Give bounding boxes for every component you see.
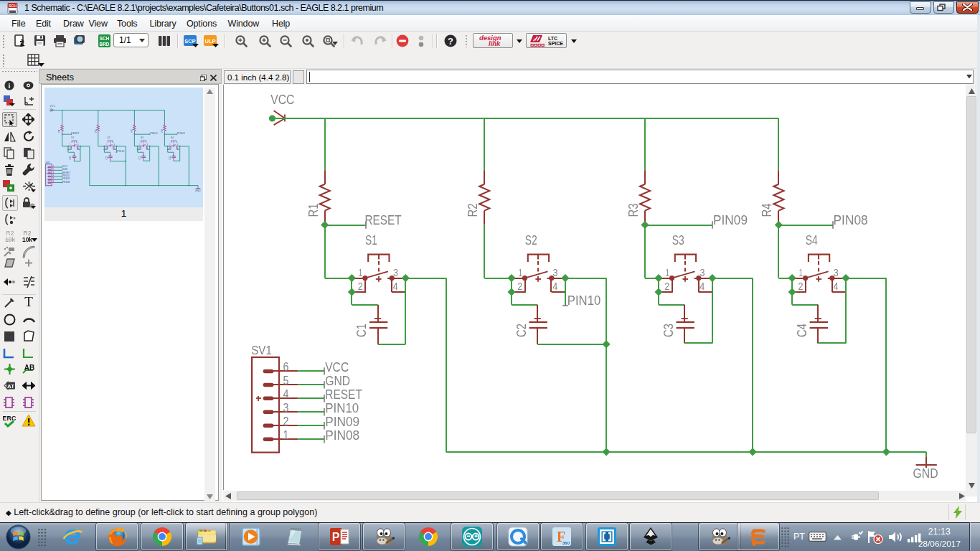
svg-text:C2: C2 xyxy=(105,156,108,159)
svg-text:BRD: BRD xyxy=(99,42,109,47)
svg-text:GND: GND xyxy=(913,466,938,481)
svg-text:PIN09: PIN09 xyxy=(62,176,70,180)
svg-text:3: 3 xyxy=(834,267,839,278)
svg-text:3: 3 xyxy=(393,267,398,278)
svg-text:S3: S3 xyxy=(141,136,143,139)
svg-text:1: 1 xyxy=(283,428,289,442)
svg-text:3: 3 xyxy=(553,267,558,278)
svg-text:PIN09: PIN09 xyxy=(150,131,158,135)
svg-text:C3: C3 xyxy=(661,324,676,337)
svg-text:6: 6 xyxy=(283,360,289,374)
svg-text:AT: AT xyxy=(7,383,14,390)
svg-text:C1: C1 xyxy=(68,156,72,159)
svg-text:3: 3 xyxy=(177,143,179,146)
svg-text:6: 6 xyxy=(52,165,54,168)
svg-text:S1: S1 xyxy=(365,232,377,248)
svg-text:SV1: SV1 xyxy=(251,344,272,357)
svg-text:PIN08: PIN08 xyxy=(834,212,868,227)
svg-text:1: 1 xyxy=(70,143,70,146)
svg-text:RESET: RESET xyxy=(71,131,80,135)
svg-text:VCC: VCC xyxy=(50,104,55,108)
svg-text:VCC: VCC xyxy=(325,359,349,375)
svg-text:GND: GND xyxy=(325,373,350,388)
svg-text:ERC: ERC xyxy=(2,415,17,422)
svg-text:2: 2 xyxy=(139,146,141,149)
svg-text:C3: C3 xyxy=(138,156,141,159)
svg-text:R4: R4 xyxy=(759,204,774,217)
svg-text:ULP: ULP xyxy=(205,38,216,44)
svg-text:3: 3 xyxy=(52,174,54,176)
svg-text:2: 2 xyxy=(283,415,289,428)
svg-text:R1: R1 xyxy=(306,204,321,217)
svg-text:R1: R1 xyxy=(57,128,61,132)
svg-text:T: T xyxy=(24,295,33,308)
svg-text:2: 2 xyxy=(664,281,669,292)
svg-text:R2: R2 xyxy=(94,128,98,132)
svg-text:R3: R3 xyxy=(130,128,133,132)
svg-text:P: P xyxy=(332,531,340,543)
svg-text:VCC: VCC xyxy=(270,92,294,107)
svg-text:R2: R2 xyxy=(465,204,480,217)
svg-text:1: 1 xyxy=(139,143,140,146)
svg-text:RESET: RESET xyxy=(62,170,71,174)
svg-text:SCP: SCP xyxy=(184,38,195,44)
svg-text:C4: C4 xyxy=(168,156,171,159)
svg-text:4: 4 xyxy=(147,146,149,149)
svg-text:S4: S4 xyxy=(171,136,174,139)
svg-text:PIN10: PIN10 xyxy=(567,293,601,308)
svg-text:2: 2 xyxy=(105,146,107,149)
svg-text:1: 1 xyxy=(106,143,107,146)
svg-text:R3: R3 xyxy=(626,204,641,217)
svg-text:VCC: VCC xyxy=(62,164,67,168)
svg-text:GND: GND xyxy=(195,188,201,192)
svg-text:360: 360 xyxy=(562,541,570,545)
svg-text:C2: C2 xyxy=(514,324,529,337)
svg-text:C1: C1 xyxy=(354,324,369,337)
svg-text:10k: 10k xyxy=(5,236,15,242)
svg-text:1: 1 xyxy=(799,267,804,278)
svg-text:AB: AB xyxy=(24,364,34,372)
svg-text:RESET: RESET xyxy=(325,387,362,402)
svg-text:4: 4 xyxy=(552,281,557,292)
svg-text:1: 1 xyxy=(518,267,522,278)
svg-text:4: 4 xyxy=(113,146,115,149)
svg-text:PIN09: PIN09 xyxy=(325,414,359,429)
svg-text:S4: S4 xyxy=(806,232,818,248)
svg-text:3: 3 xyxy=(113,143,115,146)
svg-text:GND: GND xyxy=(62,167,68,171)
svg-text:2: 2 xyxy=(70,146,71,149)
svg-text:R4: R4 xyxy=(160,128,164,132)
svg-text:4: 4 xyxy=(393,281,398,292)
svg-text:C4: C4 xyxy=(794,324,809,337)
svg-text:SCH: SCH xyxy=(100,36,110,41)
svg-text:3: 3 xyxy=(700,267,705,278)
svg-text:10k: 10k xyxy=(22,236,32,242)
svg-text:i: i xyxy=(9,82,11,90)
svg-text:5: 5 xyxy=(283,374,289,387)
svg-text:S2: S2 xyxy=(525,232,537,248)
svg-text:PIN10: PIN10 xyxy=(62,174,70,177)
svg-text:3: 3 xyxy=(77,143,79,146)
svg-text:1: 1 xyxy=(52,180,54,183)
svg-text:PIN08: PIN08 xyxy=(62,179,70,183)
svg-text:3: 3 xyxy=(147,143,149,146)
svg-text:?: ? xyxy=(448,36,453,47)
svg-text:2: 2 xyxy=(517,281,522,292)
svg-text:2: 2 xyxy=(798,281,803,292)
svg-text:4: 4 xyxy=(77,146,79,149)
svg-text:PIN10: PIN10 xyxy=(325,400,359,415)
svg-text:1: 1 xyxy=(665,267,669,278)
svg-text:PIN09: PIN09 xyxy=(713,212,748,227)
svg-text:PIN08: PIN08 xyxy=(325,428,359,443)
svg-text:RESET: RESET xyxy=(365,212,402,227)
svg-text:S3: S3 xyxy=(672,232,684,248)
svg-text:4: 4 xyxy=(283,387,289,401)
svg-text:PIN10: PIN10 xyxy=(117,149,125,153)
svg-text:2: 2 xyxy=(169,146,171,149)
svg-text:PIN08: PIN08 xyxy=(177,131,185,135)
svg-text:1: 1 xyxy=(359,267,363,278)
svg-text:2: 2 xyxy=(358,281,363,292)
svg-text:S2: S2 xyxy=(108,136,110,139)
svg-text:4: 4 xyxy=(833,281,838,292)
svg-text:SCH: SCH xyxy=(9,4,17,8)
